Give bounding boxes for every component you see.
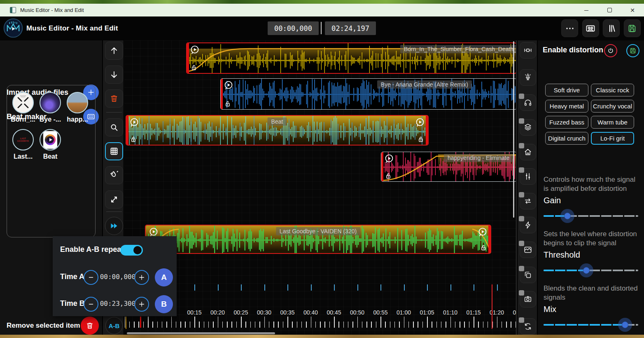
remove-selected-button[interactable] — [81, 317, 99, 335]
swap-channels-button[interactable] — [520, 193, 536, 209]
file-item-last[interactable]: LASTGOODBYELast... — [9, 129, 37, 160]
time-separator — [321, 22, 322, 34]
preset-digital-crunch[interactable]: Digital crunch — [545, 132, 588, 145]
ab-repeat-toggle[interactable] — [120, 245, 143, 256]
file-item-beat[interactable]: Beat — [37, 129, 64, 160]
magnet-snap-button[interactable] — [105, 166, 123, 184]
trash-icon — [109, 94, 119, 103]
minimize-button[interactable]: ─ — [575, 4, 598, 16]
set-marker-b-button[interactable]: B — [155, 295, 173, 313]
recordings-button[interactable] — [582, 19, 599, 37]
ruler-tick — [385, 322, 386, 328]
maximize-icon — [607, 8, 612, 12]
clip-right-handle[interactable] — [426, 116, 428, 145]
clip-lock-icon[interactable] — [384, 172, 392, 180]
snapshot-button[interactable] — [520, 291, 536, 307]
zoom-search-button[interactable] — [105, 118, 123, 136]
clip-lock-icon[interactable] — [479, 244, 488, 252]
clip-play-icon[interactable] — [129, 117, 140, 128]
fast-forward-button[interactable] — [105, 217, 123, 235]
notification-badge — [519, 192, 524, 197]
threshold-label: Threshold — [544, 250, 580, 260]
ruler-time-label: 00:30 — [257, 309, 271, 316]
vertical-scrollbar[interactable] — [513, 41, 514, 218]
mix-slider[interactable] — [544, 319, 638, 331]
mixer-button[interactable] — [520, 168, 536, 185]
sync-button[interactable] — [520, 318, 536, 335]
ruler-tick — [348, 322, 349, 328]
preset-fuzzed-bass[interactable]: Fuzzed bass — [545, 116, 588, 129]
ruler-marker-tick — [334, 284, 335, 291]
ruler-tick — [516, 322, 516, 328]
clip-left-handle[interactable] — [221, 79, 223, 109]
clip-left-handle[interactable] — [381, 152, 383, 181]
clip-lock-icon[interactable] — [417, 135, 425, 143]
clip-left-handle[interactable] — [187, 43, 189, 73]
slider-knob[interactable] — [564, 213, 571, 219]
move-up-button[interactable] — [105, 42, 123, 60]
audio-clip-green[interactable]: Last Goodbye - VAIDEN (320) — [145, 225, 491, 254]
clip-lock-icon[interactable] — [129, 135, 138, 143]
decrease-time-a-button[interactable] — [84, 270, 98, 285]
file-item-born[interactable]: Born_... — [9, 92, 37, 123]
trim-tool-button[interactable] — [520, 42, 536, 59]
clip-left-handle[interactable] — [126, 116, 128, 145]
clip-play-icon[interactable] — [189, 45, 200, 55]
set-marker-a-button[interactable]: A — [155, 268, 173, 286]
ruler-tick — [511, 322, 511, 328]
preset-lo-fi-grit[interactable]: Lo-Fi grit — [591, 132, 634, 145]
stretch-button[interactable] — [105, 190, 123, 209]
clip-play-icon[interactable] — [415, 117, 425, 128]
slider-knob[interactable] — [622, 322, 628, 328]
distortion-save-button[interactable] — [626, 44, 639, 57]
audio-clip-beat[interactable]: Beat — [126, 115, 429, 146]
close-button[interactable]: ✕ — [621, 4, 644, 16]
file-item-happ[interactable]: happ... — [64, 92, 91, 123]
preset-crunchy-vocal[interactable]: Crunchy vocal — [591, 100, 634, 113]
more-options-button[interactable] — [561, 19, 578, 37]
audio-clip-pink[interactable]: happyending - Eliminate — [381, 152, 517, 182]
timeline-canvas[interactable]: Born_In_The_Slumber_Flora_Cash_Death_SBy… — [124, 40, 517, 335]
snap-grid-button[interactable] — [105, 142, 123, 160]
voice-effects-button[interactable] — [520, 69, 536, 86]
increase-time-a-button[interactable] — [134, 270, 149, 285]
gain-slider[interactable] — [544, 210, 638, 222]
threshold-slider[interactable] — [544, 264, 638, 277]
distortion-power-button[interactable] — [604, 44, 617, 57]
playhead[interactable] — [492, 284, 492, 329]
decrease-time-b-button[interactable] — [84, 297, 98, 312]
expand-icon — [109, 195, 119, 204]
effects-flash-button[interactable] — [520, 217, 536, 233]
preset-classic-rock[interactable]: Classic rock — [591, 84, 634, 96]
clip-play-icon[interactable] — [477, 227, 488, 237]
audio-clip-blue[interactable]: Bye - Ariana Grande (Altre Remix) — [220, 78, 517, 110]
plus-icon — [138, 273, 146, 282]
layers-button[interactable] — [520, 119, 536, 136]
audio-clip-yellow[interactable]: Born_In_The_Slumber_Flora_Cash_Death_S — [186, 42, 517, 74]
file-item-bye[interactable]: Bye -... — [37, 92, 64, 123]
clip-lock-icon[interactable] — [190, 63, 198, 72]
slider-knob[interactable] — [583, 267, 590, 274]
increase-time-b-button[interactable] — [134, 297, 149, 312]
clip-play-icon[interactable] — [384, 153, 394, 164]
home-button[interactable] — [520, 144, 536, 160]
maximize-button[interactable] — [598, 4, 621, 16]
move-down-button[interactable] — [105, 66, 123, 84]
preset-soft-drive[interactable]: Soft drive — [545, 84, 588, 96]
notification-badge — [519, 290, 524, 296]
ruler-marker-tick — [264, 284, 265, 291]
preset-warm-tube[interactable]: Warm tube — [591, 116, 634, 129]
headphones-monitor-button[interactable] — [520, 94, 536, 111]
preset-heavy-metal[interactable]: Heavy metal — [545, 100, 588, 113]
clip-lock-icon[interactable] — [224, 100, 232, 108]
delete-clip-button[interactable] — [105, 89, 123, 108]
ab-repeat-button[interactable]: A-B — [105, 317, 123, 334]
save-project-button[interactable] — [624, 19, 641, 37]
window-titlebar: Music Editor - Mix and Edit ─ ✕ — [0, 4, 644, 16]
library-button[interactable] — [603, 19, 620, 37]
horizontal-scrollbar[interactable] — [127, 332, 275, 334]
clip-right-handle[interactable] — [488, 225, 490, 253]
duplicate-button[interactable] — [520, 267, 536, 283]
clip-play-icon[interactable] — [223, 80, 234, 91]
wave-view-button[interactable] — [520, 242, 536, 258]
